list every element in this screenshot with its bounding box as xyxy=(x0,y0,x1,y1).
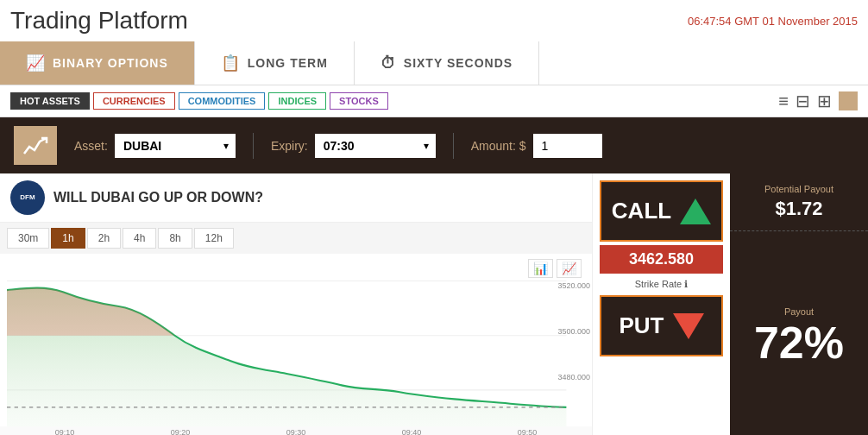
payout-section: Payout 72% xyxy=(730,231,868,435)
strike-rate-label: Strike Rate ℹ xyxy=(600,277,723,292)
expiry-label: Expiry: xyxy=(271,139,308,153)
filter-indices[interactable]: INDICES xyxy=(268,92,326,110)
time-tab-8h[interactable]: 8h xyxy=(158,228,192,249)
asset-bar: Asset: DUBAI GOLD EUR/USD Expiry: 07:30 … xyxy=(0,117,868,173)
time-tab-4h[interactable]: 4h xyxy=(123,228,156,249)
strike-rate-value: 3462.580 xyxy=(629,250,694,268)
filter-currencies[interactable]: CURRENCIES xyxy=(93,92,175,110)
long-term-icon: 📋 xyxy=(221,54,241,72)
asset-field: Asset: DUBAI GOLD EUR/USD xyxy=(74,134,236,158)
tab-binary-label: BINARY OPTIONS xyxy=(53,56,168,70)
call-label: CALL xyxy=(612,198,671,224)
y-label-bot: 3480.000 xyxy=(557,373,590,381)
filter-bar: HOT ASSETS CURRENCIES COMMODITIES INDICE… xyxy=(0,85,868,117)
app-title: Trading Platform xyxy=(10,7,188,35)
filter-tags: HOT ASSETS CURRENCIES COMMODITIES INDICE… xyxy=(10,92,388,110)
call-up-arrow xyxy=(680,199,711,224)
y-label-top: 3520.000 xyxy=(557,281,590,290)
x-label-4: 09:40 xyxy=(402,428,422,435)
asset-select[interactable]: DUBAI GOLD EUR/USD xyxy=(115,134,236,158)
y-label-mid: 3500.000 xyxy=(557,327,590,336)
header-time: 06:47:54 GMT 01 November 2015 xyxy=(688,15,858,28)
filter-commodities[interactable]: COMMODITIES xyxy=(179,92,266,110)
put-button[interactable]: PUT xyxy=(600,295,723,356)
tab-long-term[interactable]: 📋 LONG TERM xyxy=(195,41,355,85)
tab-sixty-seconds[interactable]: ⏱ SIXTY SECONDS xyxy=(355,41,539,85)
main-content: DFM WILL DUBAI GO UP OR DOWN? 30m 1h 2h … xyxy=(0,173,868,435)
table-view-button[interactable]: ⊟ xyxy=(796,91,810,111)
header: Trading Platform 06:47:54 GMT 01 Novembe… xyxy=(0,0,868,41)
chart-question: WILL DUBAI GO UP OR DOWN? xyxy=(53,190,263,205)
chart-bar-view[interactable]: 📊 xyxy=(528,259,553,278)
payout-label: Payout xyxy=(744,306,854,317)
payout-percent: 72% xyxy=(744,320,854,365)
time-tabs: 30m 1h 2h 4h 8h 12h xyxy=(0,223,592,254)
x-label-2: 09:20 xyxy=(171,428,191,435)
filter-hot-assets[interactable]: HOT ASSETS xyxy=(10,92,90,110)
time-tab-30m[interactable]: 30m xyxy=(7,228,49,249)
chart-section: DFM WILL DUBAI GO UP OR DOWN? 30m 1h 2h … xyxy=(0,173,592,435)
tab-sixty-label: SIXTY SECONDS xyxy=(404,56,513,70)
time-tab-2h[interactable]: 2h xyxy=(87,228,121,249)
x-labels: 09:10 09:20 09:30 09:40 09:50 xyxy=(0,426,592,435)
asset-label: Asset: xyxy=(74,139,108,153)
tab-bar: 📈 BINARY OPTIONS 📋 LONG TERM ⏱ SIXTY SEC… xyxy=(0,41,868,85)
view-icons: ≡ ⊟ ⊞ xyxy=(778,91,858,111)
call-put-section: CALL 3462.580 Strike Rate ℹ PUT xyxy=(592,173,730,435)
chart-area: 📊 📈 3520.000 3500.000 3480.000 xyxy=(0,254,592,426)
chart-svg xyxy=(7,254,585,426)
put-down-arrow xyxy=(673,313,704,339)
tab-long-term-label: LONG TERM xyxy=(248,56,328,70)
list-view-button[interactable]: ≡ xyxy=(778,91,789,111)
divider2 xyxy=(453,133,454,159)
color-swatch xyxy=(839,91,858,110)
amount-field: Amount: $ xyxy=(471,134,602,158)
expiry-field: Expiry: 07:30 08:00 08:30 xyxy=(271,134,436,158)
filter-stocks[interactable]: STOCKS xyxy=(330,92,388,110)
time-tab-1h[interactable]: 1h xyxy=(51,228,85,249)
call-button[interactable]: CALL xyxy=(600,180,723,242)
potential-payout-label: Potential Payout xyxy=(744,184,854,194)
sixty-seconds-icon: ⏱ xyxy=(381,54,397,72)
strike-rate-display: 3462.580 xyxy=(600,245,723,274)
x-label-5: 09:50 xyxy=(518,428,538,435)
expiry-select[interactable]: 07:30 08:00 08:30 xyxy=(315,134,436,158)
put-label: PUT xyxy=(620,312,664,339)
x-label-1: 09:10 xyxy=(55,428,75,435)
potential-payout-value: $1.72 xyxy=(744,198,854,220)
payout-panel: Potential Payout $1.72 Payout 72% Protec… xyxy=(730,173,868,435)
grid-view-button[interactable]: ⊞ xyxy=(817,91,832,111)
tab-binary-options[interactable]: 📈 BINARY OPTIONS xyxy=(0,41,195,85)
potential-payout-section: Potential Payout $1.72 xyxy=(730,173,868,231)
dfm-logo: DFM xyxy=(10,180,45,215)
x-label-3: 09:30 xyxy=(286,428,306,435)
binary-options-icon: 📈 xyxy=(26,54,46,72)
amount-input[interactable] xyxy=(533,134,602,158)
amount-label: Amount: $ xyxy=(471,139,526,153)
asset-icon xyxy=(14,126,57,165)
question-bar: DFM WILL DUBAI GO UP OR DOWN? xyxy=(0,173,592,223)
time-tab-12h[interactable]: 12h xyxy=(194,228,234,249)
divider xyxy=(253,133,254,159)
